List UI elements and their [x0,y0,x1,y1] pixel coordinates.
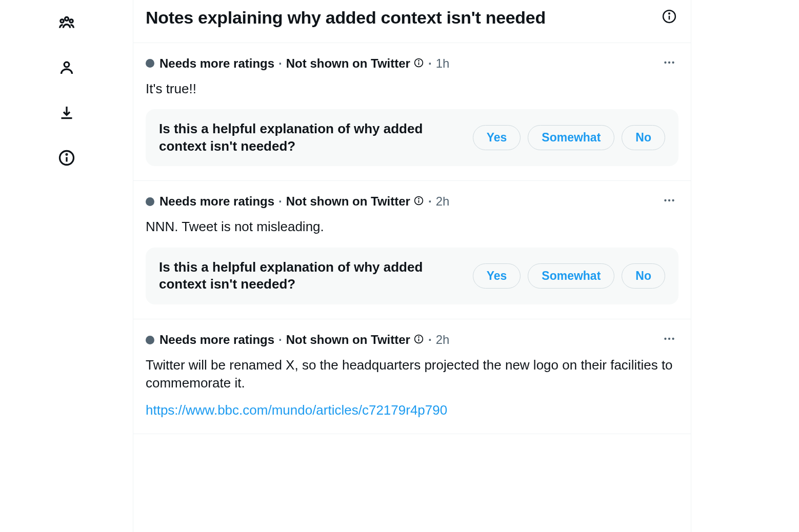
svg-point-18 [418,199,419,199]
info-icon [413,194,424,209]
note-meta: Needs more ratings·Not shown on Twitter·… [146,194,449,209]
note-visibility[interactable]: Not shown on Twitter [286,194,424,209]
note-meta: Needs more ratings·Not shown on Twitter·… [146,333,449,347]
more-icon [663,56,676,71]
svg-point-13 [664,62,666,64]
svg-point-27 [672,338,674,340]
download-icon [57,104,76,124]
prompt-question: Is this a helpful explanation of why add… [159,120,463,155]
rate-yes-button[interactable]: Yes [473,125,521,150]
rate-no-button[interactable]: No [622,125,665,150]
note-status: Needs more ratings [159,194,274,209]
nav-profile[interactable] [53,55,80,82]
separator: · [428,56,432,71]
info-icon [57,149,76,169]
more-button[interactable] [660,192,678,211]
note-item: Needs more ratings·Not shown on Twitter·… [133,319,691,434]
svg-point-0 [65,17,68,21]
note-link[interactable]: https://www.bbc.com/mundo/articles/c7217… [146,401,678,419]
svg-point-20 [668,199,670,201]
notes-list: Needs more ratings·Not shown on Twitter·… [133,43,691,435]
visibility-label: Not shown on Twitter [286,56,410,71]
info-icon [413,56,424,71]
svg-point-9 [669,13,670,14]
note-item: Needs more ratings·Not shown on Twitter·… [133,181,691,319]
note-meta: Needs more ratings·Not shown on Twitter·… [146,56,449,71]
note-timestamp[interactable]: 2h [436,194,450,209]
note-timestamp[interactable]: 1h [436,56,450,71]
status-dot [146,59,154,68]
svg-point-15 [672,62,674,64]
prompt-buttons: YesSomewhatNo [473,125,665,150]
note-status: Needs more ratings [159,56,274,71]
separator: · [278,56,282,71]
svg-point-24 [418,337,419,337]
nav-people[interactable] [53,10,80,37]
prompt-buttons: YesSomewhatNo [473,263,665,289]
note-topline: Needs more ratings·Not shown on Twitter·… [146,331,678,349]
nav-download[interactable] [53,100,80,127]
rate-somewhat-button[interactable]: Somewhat [528,125,614,150]
svg-point-14 [668,62,670,64]
page-header: Notes explaining why added context isn't… [133,0,691,43]
svg-point-12 [418,60,419,61]
note-visibility[interactable]: Not shown on Twitter [286,56,424,71]
rate-no-button[interactable]: No [622,263,665,289]
nav-info[interactable] [53,146,80,172]
svg-point-6 [66,154,67,155]
rate-somewhat-button[interactable]: Somewhat [528,263,614,289]
rating-prompt: Is this a helpful explanation of why add… [146,248,678,305]
more-icon [663,194,676,209]
svg-point-25 [664,338,666,340]
svg-point-1 [60,19,63,23]
status-dot [146,197,154,206]
prompt-question: Is this a helpful explanation of why add… [159,259,463,294]
note-body: NNN. Tweet is not misleading. [146,218,678,236]
svg-point-3 [64,62,69,67]
svg-point-2 [69,19,72,23]
info-icon [662,9,677,26]
separator: · [278,194,282,209]
note-topline: Needs more ratings·Not shown on Twitter·… [146,54,678,73]
visibility-label: Not shown on Twitter [286,333,410,347]
profile-icon [57,58,76,79]
main-column: Notes explaining why added context isn't… [133,0,691,532]
header-info-button[interactable] [660,8,678,27]
rate-yes-button[interactable]: Yes [473,263,521,289]
right-gutter [691,0,799,532]
more-button[interactable] [660,331,678,349]
status-dot [146,336,154,344]
note-body: It's true!! [146,80,678,98]
more-button[interactable] [660,54,678,73]
note-visibility[interactable]: Not shown on Twitter [286,333,424,347]
sidebar [0,0,133,532]
svg-point-21 [672,199,674,201]
more-icon [663,332,676,347]
svg-point-19 [664,199,666,201]
note-timestamp[interactable]: 2h [436,333,450,347]
separator: · [278,333,282,347]
note-status: Needs more ratings [159,333,274,347]
people-icon [57,13,76,34]
info-icon [413,333,424,347]
note-body: Twitter will be renamed X, so the headqu… [146,356,678,392]
page-title: Notes explaining why added context isn't… [146,7,546,28]
note-topline: Needs more ratings·Not shown on Twitter·… [146,192,678,211]
separator: · [428,333,432,347]
svg-point-26 [668,338,670,340]
separator: · [428,194,432,209]
rating-prompt: Is this a helpful explanation of why add… [146,109,678,167]
note-item: Needs more ratings·Not shown on Twitter·… [133,43,691,181]
visibility-label: Not shown on Twitter [286,194,410,209]
